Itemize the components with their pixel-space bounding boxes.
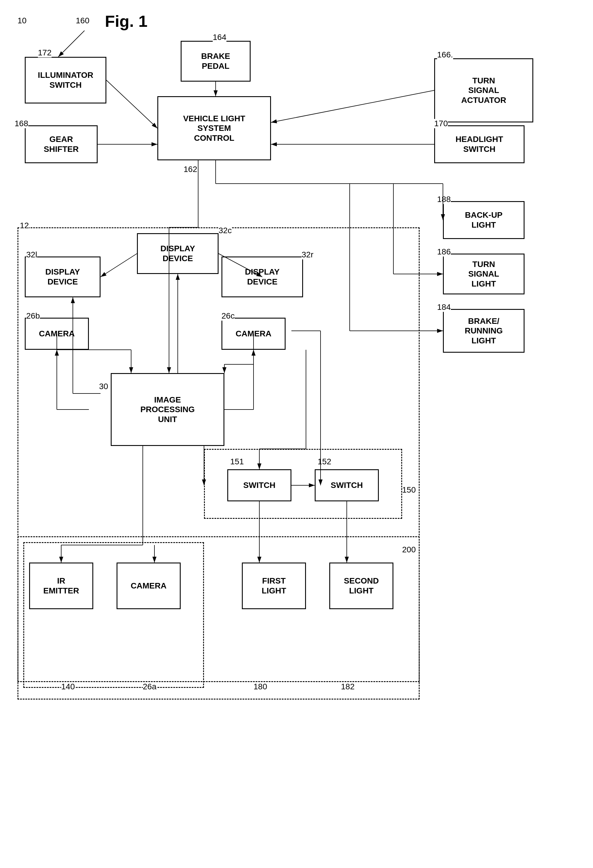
- ref-151-label: 151: [230, 457, 244, 466]
- back-up-light-box: BACK-UPLIGHT: [443, 201, 525, 239]
- ref-160: 160: [76, 16, 90, 25]
- illuminator-switch-box: ILLUMINATORSWITCH: [25, 57, 106, 103]
- ref-26c-label: 26c: [221, 311, 235, 320]
- ref-164-label: 164: [213, 32, 226, 42]
- ref-180-label: 180: [254, 682, 267, 691]
- ref-30-label: 30: [99, 382, 108, 391]
- turn-signal-actuator-box: TURNSIGNALACTUATOR: [434, 58, 533, 123]
- ref-152-label: 152: [318, 457, 331, 466]
- display-device-left-box: DISPLAYDEVICE: [25, 257, 100, 297]
- ref-188-label: 188: [437, 195, 451, 204]
- ref-166-label: 166.: [437, 50, 453, 59]
- ref-186-label: 186: [437, 247, 451, 257]
- brake-pedal-box: BRAKEPEDAL: [181, 41, 251, 82]
- ref-170-label: 170: [434, 119, 448, 128]
- camera-26a-box: CAMERA: [117, 562, 181, 609]
- headlight-switch-box: HEADLIGHTSWITCH: [434, 125, 525, 163]
- fig-title: Fig. 1: [105, 12, 148, 31]
- ref-32l-label: 32l: [26, 250, 37, 260]
- diagram: Fig. 1 10 160 ILLUMINATORSWITCH BRAKEPED…: [0, 0, 593, 868]
- svg-line-3: [106, 80, 157, 128]
- camera-26c-box: CAMERA: [221, 318, 286, 350]
- ref-200-label: 200: [402, 545, 416, 554]
- ref-10: 10: [18, 16, 27, 25]
- ref-32c-label: 32c: [218, 226, 232, 235]
- ref-184-label: 184: [437, 303, 451, 312]
- ref-26b-label: 26b: [26, 311, 40, 320]
- vehicle-light-system-control-box: VEHICLE LIGHTSYSTEMCONTROL: [157, 96, 271, 160]
- turn-signal-light-box: TURNSIGNALLIGHT: [443, 254, 525, 294]
- ref-162-label: 162: [184, 165, 197, 174]
- brake-running-light-box: BRAKE/RUNNINGLIGHT: [443, 309, 525, 353]
- ir-emitter-box: IREMITTER: [29, 562, 93, 609]
- svg-line-5: [271, 90, 434, 123]
- display-device-center-box: DISPLAYDEVICE: [137, 233, 218, 274]
- ref-26a-label: 26a: [143, 682, 156, 691]
- ref-182-label: 182: [341, 682, 355, 691]
- first-light-box: FIRSTLIGHT: [242, 562, 306, 609]
- ref-168-label: 168: [15, 119, 28, 128]
- svg-line-2: [58, 31, 84, 57]
- ref-172-label: 172: [38, 48, 52, 58]
- second-light-box: SECONDLIGHT: [329, 562, 393, 609]
- camera-26b-box: CAMERA: [25, 318, 89, 350]
- ref-140-label: 140: [61, 682, 75, 691]
- gear-shifter-box: GEARSHIFTER: [25, 125, 97, 163]
- ref-32r-label: 32r: [302, 250, 313, 260]
- display-device-right-box: DISPLAYDEVICE: [221, 257, 303, 297]
- ref-12-label: 12: [20, 221, 29, 230]
- ref-150-label: 150: [402, 485, 416, 495]
- image-processing-unit-box: IMAGEPROCESSINGUNIT: [111, 373, 224, 446]
